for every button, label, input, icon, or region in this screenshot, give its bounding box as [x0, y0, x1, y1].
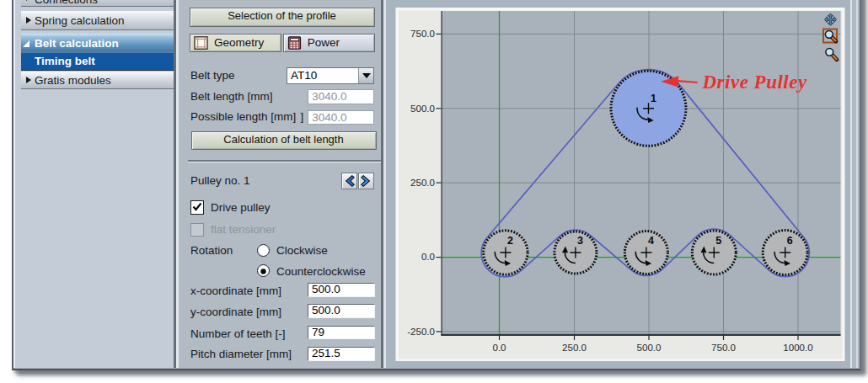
svg-text:4: 4	[647, 235, 653, 247]
svg-text:Drive Pulley: Drive Pulley	[701, 72, 806, 93]
svg-text:5: 5	[715, 235, 721, 247]
svg-text:500.0: 500.0	[636, 342, 661, 353]
svg-text:1: 1	[651, 93, 656, 104]
svg-text:250.0: 250.0	[561, 342, 586, 353]
svg-text:6: 6	[786, 235, 792, 247]
svg-text:750.0: 750.0	[410, 28, 434, 39]
svg-text:500.0: 500.0	[410, 103, 434, 114]
svg-text:3: 3	[576, 235, 582, 247]
svg-text:250.0: 250.0	[410, 177, 434, 188]
svg-text:750.0: 750.0	[710, 342, 735, 353]
svg-text:2: 2	[506, 235, 512, 247]
svg-text:0.0: 0.0	[492, 342, 506, 353]
svg-text:1000.0: 1000.0	[783, 342, 812, 353]
svg-text:0.0: 0.0	[421, 251, 434, 262]
svg-text:-250.0: -250.0	[407, 326, 435, 337]
